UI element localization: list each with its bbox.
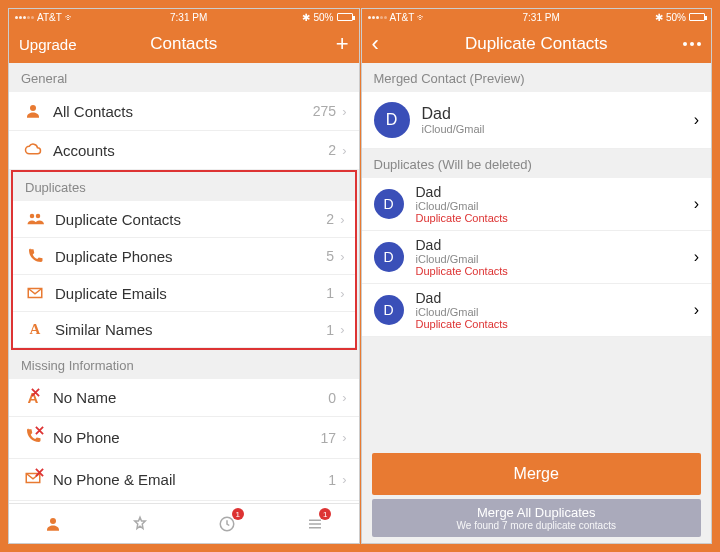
row-label: No Name [53,389,328,406]
contacts-screen: AT&T ᯤ 7:31 PM ✱ 50% Upgrade Contacts + … [8,8,360,544]
avatar: D [374,242,404,272]
chevron-right-icon: › [342,143,346,158]
tab-bar: 1 1 [9,503,359,543]
avatar: D [374,295,404,325]
nav-bar: Upgrade Contacts + [9,25,359,63]
row-label: Duplicate Contacts [55,211,326,228]
section-header-merged: Merged Contact (Preview) [362,63,712,92]
contact-source: iCloud/Gmail [416,253,694,265]
row-label: All Contacts [53,103,313,120]
contact-name: Dad [416,184,694,200]
merge-all-button[interactable]: Merge All Duplicates We found 7 more dup… [372,499,702,537]
section-header-duplicates-delete: Duplicates (Will be deleted) [362,149,712,178]
contact-source: iCloud/Gmail [416,200,694,212]
cloud-icon [21,141,45,159]
carrier-label: AT&T [390,12,415,23]
carrier-label: AT&T [37,12,62,23]
people-icon [23,210,47,228]
merged-contact-preview[interactable]: D Dad iCloud/Gmail › [362,92,712,149]
battery-icon [337,13,353,21]
badge-icon: 1 [319,508,331,520]
svg-point-5 [50,518,56,524]
section-header-missing: Missing Information [9,350,359,379]
avatar: D [374,102,410,138]
clock-label: 7:31 PM [523,12,560,23]
section-header-general: General [9,63,359,92]
duplicate-row[interactable]: D Dad iCloud/Gmail Duplicate Contacts › [362,178,712,231]
page-title: Duplicate Contacts [432,34,642,54]
wifi-icon: ᯤ [65,12,75,23]
bluetooth-icon: ✱ [302,12,310,23]
row-label: Similar Names [55,321,326,338]
add-contact-button[interactable]: + [336,31,349,57]
row-no-phone-email[interactable]: No Phone & Email 1 › [9,459,359,501]
row-label: No Phone & Email [53,471,328,488]
row-label: No Phone [53,429,321,446]
svg-point-0 [30,105,36,111]
duplicate-tag: Duplicate Contacts [416,318,694,330]
row-count: 2 [326,211,334,227]
contact-source: iCloud/Gmail [422,123,694,135]
clock-label: 7:31 PM [170,12,207,23]
row-label: Accounts [53,142,328,159]
letter-a-icon: A [23,321,47,338]
chevron-right-icon: › [340,212,344,227]
more-button[interactable] [683,42,701,46]
row-duplicate-emails[interactable]: Duplicate Emails 1 › [13,275,355,312]
tab-favorites[interactable] [96,504,183,543]
row-no-phone[interactable]: No Phone 17 › [9,417,359,459]
row-duplicate-phones[interactable]: Duplicate Phones 5 › [13,238,355,275]
chevron-right-icon: › [694,195,699,213]
upgrade-button[interactable]: Upgrade [19,36,77,53]
row-similar-names[interactable]: A Similar Names 1 › [13,312,355,348]
merge-button[interactable]: Merge [372,453,702,495]
chevron-right-icon: › [694,111,699,129]
tab-more[interactable]: 1 [271,504,358,543]
contacts-content: General All Contacts 275 › Accounts 2 › … [9,63,359,503]
back-button[interactable]: ‹ [372,31,379,57]
row-all-contacts[interactable]: All Contacts 275 › [9,92,359,131]
tab-recent[interactable]: 1 [184,504,271,543]
battery-percent: 50% [313,12,333,23]
email-cross-icon [21,469,45,490]
chevron-right-icon: › [342,390,346,405]
chevron-right-icon: › [342,104,346,119]
section-header-duplicates: Duplicates [13,172,355,201]
chevron-right-icon: › [340,286,344,301]
contact-name: Dad [416,290,694,306]
row-count: 275 [313,103,336,119]
row-count: 0 [328,390,336,406]
row-count: 5 [326,248,334,264]
letter-a-cross-icon: A [21,389,45,406]
svg-point-1 [30,214,35,219]
row-duplicate-contacts[interactable]: Duplicate Contacts 2 › [13,201,355,238]
avatar: D [374,189,404,219]
svg-point-2 [36,214,41,219]
status-bar: AT&T ᯤ 7:31 PM ✱ 50% [362,9,712,25]
row-label: Duplicate Emails [55,285,326,302]
row-no-group[interactable]: No Group 275 › [9,501,359,503]
duplicate-row[interactable]: D Dad iCloud/Gmail Duplicate Contacts › [362,231,712,284]
duplicate-tag: Duplicate Contacts [416,212,694,224]
page-title: Contacts [79,34,289,54]
phone-cross-icon [21,427,45,448]
row-accounts[interactable]: Accounts 2 › [9,131,359,170]
row-count: 1 [326,285,334,301]
battery-percent: 50% [666,12,686,23]
row-no-name[interactable]: A No Name 0 › [9,379,359,417]
person-icon [21,102,45,120]
chevron-right-icon: › [342,430,346,445]
battery-icon [689,13,705,21]
duplicate-row[interactable]: D Dad iCloud/Gmail Duplicate Contacts › [362,284,712,337]
duplicate-tag: Duplicate Contacts [416,265,694,277]
row-count: 1 [326,322,334,338]
wifi-icon: ᯤ [417,12,427,23]
contact-name: Dad [422,105,694,123]
row-count: 2 [328,142,336,158]
row-label: Duplicate Phones [55,248,326,265]
chevron-right-icon: › [340,249,344,264]
duplicates-highlighted-section: Duplicates Duplicate Contacts 2 › Duplic… [11,170,357,350]
chevron-right-icon: › [340,322,344,337]
tab-contacts[interactable] [9,504,96,543]
bluetooth-icon: ✱ [655,12,663,23]
